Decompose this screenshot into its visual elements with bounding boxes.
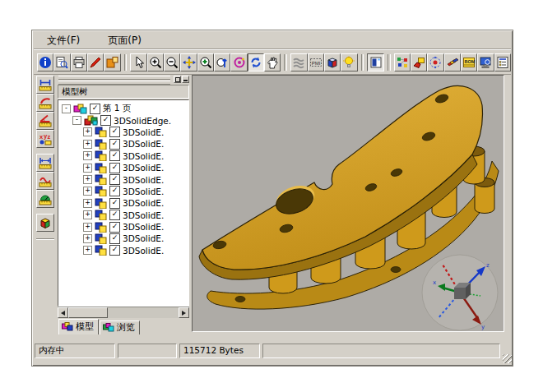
- rotate-button[interactable]: [248, 53, 264, 71]
- expand-toggle[interactable]: +: [83, 164, 92, 173]
- tab-model[interactable]: 模型: [58, 319, 99, 334]
- tree-row-part[interactable]: +✓3DSolidE.: [58, 186, 188, 197]
- measure-radius-button[interactable]: [36, 94, 54, 112]
- visibility-checkbox[interactable]: ✓: [100, 115, 111, 126]
- expand-toggle[interactable]: +: [83, 199, 92, 208]
- print-button[interactable]: [71, 53, 87, 71]
- expand-toggle[interactable]: +: [83, 210, 92, 219]
- part-node-icon: [95, 186, 107, 196]
- visibility-checkbox[interactable]: ✓: [109, 245, 120, 256]
- menu-page[interactable]: 页面(P): [104, 33, 145, 48]
- panel-toggle-button[interactable]: [367, 53, 383, 71]
- zoom-in-button[interactable]: [147, 53, 164, 71]
- visibility-checkbox[interactable]: ✓: [109, 222, 120, 233]
- visibility-checkbox[interactable]: ✓: [109, 233, 120, 244]
- visibility-checkbox[interactable]: ✓: [109, 210, 120, 220]
- measure-gauge-button[interactable]: [36, 190, 54, 208]
- measure-angle-button[interactable]: [36, 112, 54, 130]
- annotate-pen-button[interactable]: [87, 53, 104, 71]
- print-icon: [72, 56, 86, 69]
- zoom-out-button[interactable]: [164, 53, 180, 71]
- rotate-center-icon: [429, 56, 442, 69]
- tree-row-part[interactable]: +✓3DSolidE.: [58, 197, 188, 209]
- tree-row-part[interactable]: +✓3DSolidE.: [58, 210, 188, 221]
- scroll-left-button[interactable]: [58, 307, 68, 318]
- expand-toggle[interactable]: +: [83, 223, 92, 232]
- measure-horizontal-button[interactable]: [36, 76, 54, 94]
- tree-row-part[interactable]: +✓3DSolidE.: [58, 138, 188, 150]
- menu-file[interactable]: 文件(F): [44, 33, 83, 48]
- dynamic-zoom-button[interactable]: [214, 53, 230, 71]
- pan-axes-button[interactable]: [180, 53, 197, 71]
- orbit-icon: [233, 56, 246, 69]
- tree-row-part[interactable]: +✓3DSolidE.: [58, 173, 188, 185]
- expand-toggle[interactable]: +: [83, 234, 92, 243]
- expand-toggle[interactable]: +: [83, 140, 92, 149]
- tree-row-part[interactable]: +✓3DSolidE.: [58, 233, 188, 244]
- tree-row-part[interactable]: +✓3DSolidE.: [58, 162, 188, 173]
- visibility-checkbox[interactable]: ✓: [109, 174, 120, 185]
- export-button[interactable]: [104, 53, 120, 71]
- measure-volume-button[interactable]: [36, 214, 54, 232]
- visibility-checkbox[interactable]: ✓: [109, 186, 120, 196]
- visibility-checkbox[interactable]: ✓: [109, 127, 120, 137]
- part-node-icon: [95, 198, 107, 209]
- expand-toggle[interactable]: +: [83, 127, 92, 136]
- tab-browse[interactable]: 浏览: [100, 321, 140, 334]
- rotate-center-button[interactable]: [427, 53, 443, 71]
- orbit-button[interactable]: [230, 53, 247, 71]
- main-area: xyz 模型树 -: [34, 74, 511, 339]
- view-cube-button[interactable]: [324, 53, 341, 71]
- measure-distance-button[interactable]: [36, 154, 54, 172]
- scrollbar-thumb[interactable]: [68, 307, 108, 318]
- part-node-icon: [95, 222, 107, 233]
- structure-button[interactable]: [494, 53, 511, 71]
- panel-tabs: 模型 浏览: [57, 318, 190, 334]
- tree-row-part[interactable]: +✓3DSolidE.: [58, 127, 188, 138]
- info-button[interactable]: [37, 53, 53, 71]
- orientation-triad[interactable]: x y z: [422, 255, 498, 330]
- tree-row-page[interactable]: - ✓ 第 1 页: [58, 103, 188, 114]
- pan-hand-button[interactable]: [264, 53, 281, 71]
- pmi-button[interactable]: PMI: [308, 53, 324, 71]
- visibility-checkbox[interactable]: ✓: [109, 163, 120, 173]
- panel-gripper[interactable]: [57, 75, 190, 85]
- model-tab-icon: [62, 322, 73, 332]
- resize-grip[interactable]: [503, 354, 512, 363]
- viewport-3d[interactable]: x y z: [192, 75, 504, 332]
- properties-button[interactable]: [477, 53, 494, 71]
- lighting-button[interactable]: [341, 53, 357, 71]
- light-bulb-icon: [342, 56, 355, 69]
- layers-button[interactable]: [290, 53, 307, 71]
- expand-toggle[interactable]: +: [83, 246, 92, 255]
- materials-button[interactable]: [444, 53, 461, 71]
- panel-hide-button[interactable]: [182, 76, 189, 83]
- tree-row-part[interactable]: +✓3DSolidE.: [58, 221, 188, 233]
- bom-button[interactable]: BOM: [461, 53, 477, 71]
- tree-node-label: 3DSolidE.: [123, 139, 164, 149]
- tree-row-part[interactable]: +✓3DSolidE.: [58, 245, 188, 256]
- expand-toggle[interactable]: +: [83, 151, 92, 160]
- measure-curve-button[interactable]: [36, 172, 54, 190]
- tree-row-part[interactable]: +✓3DSolidE.: [58, 150, 188, 162]
- expand-toggle[interactable]: +: [83, 175, 92, 184]
- visibility-checkbox[interactable]: ✓: [109, 150, 120, 161]
- part-node-icon: [95, 127, 107, 137]
- select-cursor-button[interactable]: [130, 53, 146, 71]
- visibility-checkbox[interactable]: ✓: [90, 104, 100, 114]
- expand-toggle[interactable]: +: [83, 187, 92, 196]
- collapse-toggle[interactable]: -: [72, 116, 81, 125]
- zoom-window-button[interactable]: [197, 53, 214, 71]
- measure-coordinate-button[interactable]: xyz: [36, 130, 54, 148]
- visibility-checkbox[interactable]: ✓: [109, 198, 120, 209]
- tree-horizontal-scrollbar[interactable]: [58, 307, 189, 318]
- panel-float-button[interactable]: [174, 76, 181, 83]
- scroll-right-button[interactable]: [179, 307, 189, 318]
- collapse-toggle[interactable]: -: [62, 104, 71, 113]
- assembly-tree-button[interactable]: [394, 53, 411, 71]
- visibility-checkbox[interactable]: ✓: [109, 139, 120, 150]
- gripper-ridge: [58, 81, 170, 85]
- print-preview-button[interactable]: [53, 53, 70, 71]
- move-part-button[interactable]: [411, 53, 427, 71]
- tree-row-assembly[interactable]: - ✓ 3DSolidEdge.: [58, 114, 188, 126]
